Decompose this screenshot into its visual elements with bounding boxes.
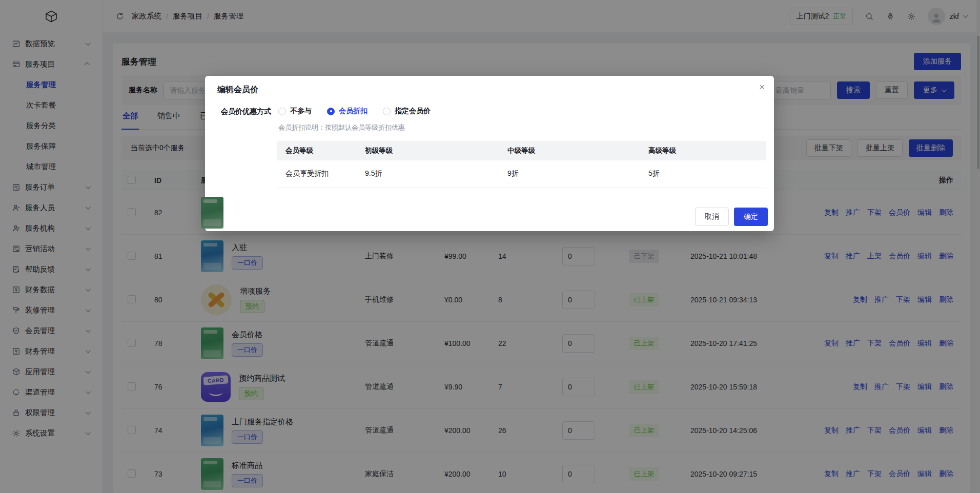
modal-title: 编辑会员价 <box>217 85 762 95</box>
modal-overlay <box>0 0 980 493</box>
member-discount-cell: 9.5折 <box>357 169 499 178</box>
radio-option[interactable]: 不参与 <box>278 107 312 116</box>
radio-option[interactable]: 指定会员价 <box>383 107 431 116</box>
radio-label: 指定会员价 <box>395 107 431 116</box>
close-icon[interactable]: × <box>759 82 765 92</box>
confirm-button[interactable]: 确定 <box>734 208 768 226</box>
member-table-row: 会员享受折扣9.5折9折5折 <box>277 160 766 188</box>
radio-label: 会员折扣 <box>339 107 368 116</box>
member-discount-cell: 5折 <box>640 169 766 178</box>
radio-unchecked-icon <box>278 108 286 115</box>
app-root: 数据预览 服务项目 服务管理次卡套餐服务分类服务保障城市管理 服务订单 服务人员… <box>0 0 980 493</box>
member-level-column-header: 高级等级 <box>640 146 766 155</box>
radio-unchecked-icon <box>383 108 391 115</box>
member-level-column-header: 初级等级 <box>357 146 499 155</box>
discount-note: 会员折扣说明：按照默认会员等级折扣优惠 <box>205 123 774 132</box>
member-discount-cell: 会员享受折扣 <box>277 169 357 178</box>
discount-mode-radio-group: 不参与 会员折扣 指定会员价 <box>278 107 446 117</box>
discount-mode-field: 会员价优惠方式 不参与 会员折扣 指定会员价 <box>205 107 774 117</box>
discount-mode-label: 会员价优惠方式 <box>221 107 278 116</box>
service-thumbnail <box>201 197 223 229</box>
member-discount-cell: 9折 <box>499 169 640 178</box>
radio-label: 不参与 <box>290 107 312 116</box>
member-level-column-header: 中级等级 <box>499 146 640 155</box>
member-level-table: 会员等级初级等级中级等级高级等级会员享受折扣9.5折9折5折 <box>277 141 766 188</box>
member-table-header: 会员等级初级等级中级等级高级等级 <box>277 141 766 160</box>
radio-option[interactable]: 会员折扣 <box>327 107 368 116</box>
cancel-button[interactable]: 取消 <box>695 208 729 226</box>
radio-checked-icon <box>327 108 335 115</box>
edit-member-price-modal: 编辑会员价 × 会员价优惠方式 不参与 会员折扣 指定会员价 会员折扣说明：按照… <box>205 76 774 231</box>
member-level-column-header: 会员等级 <box>277 146 357 155</box>
